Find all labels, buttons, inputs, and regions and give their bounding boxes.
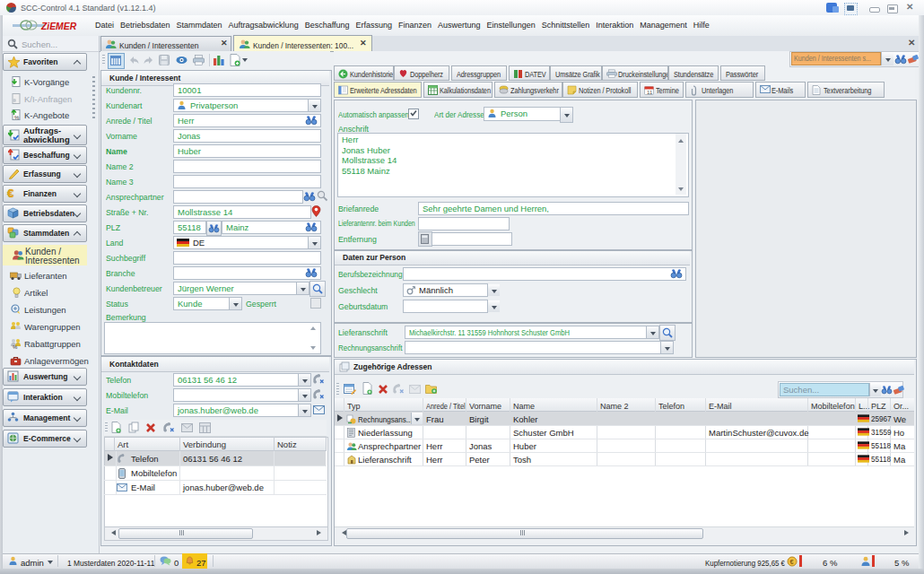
svg-text:%: %: [13, 344, 18, 349]
svg-text:%: %: [14, 115, 20, 120]
svg-text:11: 11: [647, 90, 653, 95]
